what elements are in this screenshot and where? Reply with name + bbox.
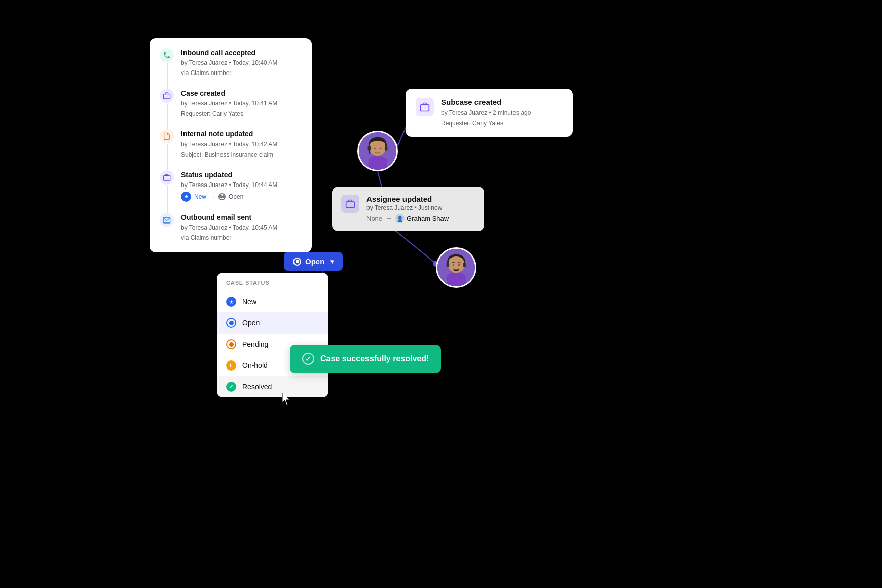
activity-log-card: Inbound call accepted by Teresa Juarez •… xyxy=(150,38,312,252)
svg-rect-21 xyxy=(463,263,466,267)
activity-meta-inbound-2: via Claims number xyxy=(181,68,277,78)
assignee-to-name: Graham Shaw xyxy=(407,215,449,223)
open-dot-icon xyxy=(293,258,301,266)
badge-open-icon xyxy=(218,193,226,200)
open-status-button[interactable]: Open ▾ xyxy=(284,252,343,271)
assignee-to: 👤 Graham Shaw xyxy=(395,214,449,223)
activity-meta-case-2: Requester: Carly Yates xyxy=(181,109,277,118)
chevron-down-icon: ▾ xyxy=(330,258,334,265)
svg-rect-9 xyxy=(163,217,170,222)
svg-point-17 xyxy=(380,148,382,150)
svg-rect-14 xyxy=(368,146,371,151)
graham-avatar-icon: 👤 xyxy=(395,214,405,223)
activity-item-case-created: Case created by Teresa Juarez • Today, 1… xyxy=(160,89,302,118)
assignee-change: None → 👤 Graham Shaw xyxy=(366,214,449,223)
activity-meta-outbound-1: by Teresa Juarez • Today, 10:45 AM xyxy=(181,223,277,232)
activity-meta-outbound-2: via Claims number xyxy=(181,233,277,242)
svg-line-4 xyxy=(395,231,436,264)
avatar-male-agent xyxy=(436,247,476,288)
document-icon xyxy=(160,129,174,143)
pending-status-icon xyxy=(226,339,236,349)
subcase-briefcase-icon xyxy=(416,98,434,116)
open-status-icon xyxy=(226,318,236,328)
new-status-label: New xyxy=(242,298,256,306)
subcase-meta-1: by Teresa Juarez • 2 minutes ago xyxy=(441,108,531,117)
open-status-option-label: Open xyxy=(242,319,260,327)
resolved-status-icon xyxy=(226,382,236,392)
status-badges: New → Open xyxy=(181,192,277,202)
assignee-meta: by Teresa Juarez • Just now xyxy=(366,204,449,211)
avatar-female-agent xyxy=(357,131,398,171)
success-message: Case successfully resolved! xyxy=(320,354,429,363)
activity-meta-note-2: Subject: Business insurance claim xyxy=(181,150,277,159)
success-toast: ✓ Case successfully resolved! xyxy=(290,345,441,373)
svg-rect-20 xyxy=(447,263,450,267)
activity-meta-status-1: by Teresa Juarez • Today, 10:44 AM xyxy=(181,180,277,190)
onhold-status-icon xyxy=(226,360,236,371)
activity-title-note: Internal note updated xyxy=(181,129,277,138)
assignee-arrow-icon: → xyxy=(385,214,392,223)
assignee-title: Assignee updated xyxy=(366,195,449,203)
activity-title-inbound: Inbound call accepted xyxy=(181,48,277,57)
subcase-meta-2: Requester: Carly Yates xyxy=(441,119,531,128)
svg-rect-10 xyxy=(421,105,429,111)
activity-meta-case-1: by Teresa Juarez • Today, 10:41 AM xyxy=(181,99,277,108)
svg-rect-15 xyxy=(385,146,388,151)
activity-title-status: Status updated xyxy=(181,170,277,179)
activity-title-case-created: Case created xyxy=(181,89,277,98)
activity-item-internal-note: Internal note updated by Teresa Juarez •… xyxy=(160,129,302,159)
onhold-status-label: On-hold xyxy=(242,361,268,370)
status-option-new[interactable]: New xyxy=(217,291,328,312)
case-status-header: CASE STATUS xyxy=(217,273,328,291)
case-status-dropdown: CASE STATUS New Open Pending On-hold Res… xyxy=(217,273,328,397)
status-option-open[interactable]: Open xyxy=(217,312,328,334)
badge-open-label: Open xyxy=(229,193,243,200)
badge-arrow: → xyxy=(209,193,215,200)
briefcase-icon-status xyxy=(160,170,174,185)
activity-item-inbound: Inbound call accepted by Teresa Juarez •… xyxy=(160,48,302,78)
activity-meta-inbound-1: by Teresa Juarez • Today, 10:40 AM xyxy=(181,58,277,67)
pending-status-label: Pending xyxy=(242,340,268,348)
status-option-resolved[interactable]: Resolved xyxy=(217,376,328,397)
badge-new-label: New xyxy=(194,193,206,200)
svg-rect-8 xyxy=(163,175,170,180)
subcase-card: Subcase created by Teresa Juarez • 2 min… xyxy=(406,89,573,137)
svg-point-16 xyxy=(374,148,376,150)
activity-meta-note-1: by Teresa Juarez • Today, 10:42 AM xyxy=(181,140,277,149)
assignee-briefcase-icon xyxy=(341,195,359,213)
svg-rect-7 xyxy=(163,94,170,99)
open-status-label: Open xyxy=(305,257,324,266)
activity-item-status: Status updated by Teresa Juarez • Today,… xyxy=(160,170,302,202)
subcase-title: Subcase created xyxy=(441,98,531,106)
assignee-from: None xyxy=(366,215,382,223)
svg-rect-24 xyxy=(346,202,355,208)
activity-item-outbound: Outbound email sent by Teresa Juarez • T… xyxy=(160,213,302,242)
phone-icon xyxy=(160,48,174,62)
assignee-card: Assignee updated by Teresa Juarez • Just… xyxy=(332,187,484,231)
email-icon xyxy=(160,213,174,227)
badge-new-icon xyxy=(181,192,191,202)
svg-point-22 xyxy=(453,264,455,266)
briefcase-icon-case xyxy=(160,89,174,103)
new-status-icon xyxy=(226,297,236,307)
resolved-status-label: Resolved xyxy=(242,383,272,391)
success-check-icon: ✓ xyxy=(302,353,314,365)
activity-title-outbound: Outbound email sent xyxy=(181,213,277,222)
svg-point-23 xyxy=(458,264,460,266)
